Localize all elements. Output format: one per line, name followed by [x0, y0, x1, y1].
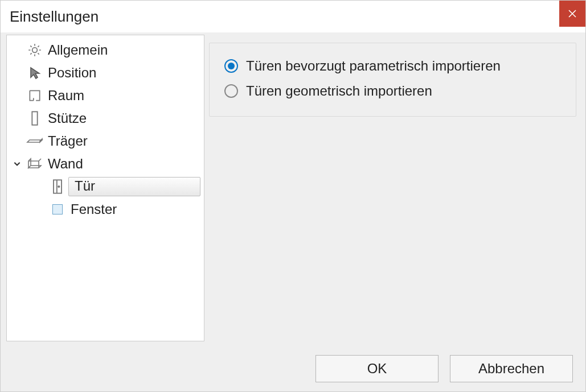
- tree-item-position[interactable]: Position: [7, 61, 204, 84]
- tree-label: Allgemein: [46, 42, 108, 58]
- svg-point-0: [32, 48, 38, 53]
- tree-label: Raum: [46, 88, 84, 104]
- room-icon: [25, 87, 44, 104]
- ok-button[interactable]: OK: [315, 355, 439, 382]
- tree-label: Wand: [46, 156, 83, 172]
- titlebar: Einstellungen: [1, 1, 585, 32]
- tree-item-wand[interactable]: Wand: [7, 152, 204, 175]
- svg-rect-2: [54, 180, 62, 193]
- import-options-group: Türen bevorzugt parametrisch importieren…: [209, 43, 576, 117]
- tree-label: Stütze: [46, 110, 87, 126]
- close-icon: [568, 9, 577, 18]
- dialog-footer: OK Abbrechen: [1, 346, 585, 391]
- radio-parametric[interactable]: Türen bevorzugt parametrisch importieren: [224, 53, 563, 79]
- tree-item-raum[interactable]: Raum: [7, 84, 204, 107]
- tree-item-stuetze[interactable]: Stütze: [7, 107, 204, 130]
- wall-icon: [25, 155, 44, 172]
- content-panel: Türen bevorzugt parametrisch importieren…: [209, 32, 585, 346]
- svg-point-4: [58, 186, 59, 187]
- svg-rect-1: [32, 112, 37, 125]
- tree-label: Träger: [46, 133, 88, 149]
- tree-item-traeger[interactable]: Träger: [7, 130, 204, 152]
- beam-icon: [25, 133, 44, 150]
- column-icon: [25, 110, 44, 127]
- tree-label: Fenster: [68, 201, 117, 217]
- radio-icon: [224, 59, 238, 73]
- radio-icon: [224, 84, 238, 98]
- tree-item-allgemein[interactable]: Allgemein: [7, 39, 204, 61]
- cancel-button[interactable]: Abbrechen: [450, 355, 573, 382]
- radio-geometric[interactable]: Türen geometrisch importieren: [224, 79, 563, 104]
- tree-label: Position: [46, 65, 96, 81]
- radio-label: Türen geometrisch importieren: [246, 83, 432, 99]
- tree-item-fenster[interactable]: Fenster: [7, 198, 204, 221]
- dialog-title: Einstellungen: [10, 8, 99, 26]
- close-button[interactable]: [559, 1, 585, 27]
- tree-item-tuer[interactable]: Tür: [7, 175, 204, 198]
- door-icon: [48, 178, 67, 195]
- gear-icon: [25, 42, 44, 59]
- category-tree[interactable]: Allgemein Position Raum: [6, 35, 204, 341]
- cursor-icon: [25, 64, 44, 81]
- settings-dialog: Einstellungen Allgemein Position: [0, 0, 586, 392]
- chevron-down-icon[interactable]: [10, 160, 24, 168]
- radio-label: Türen bevorzugt parametrisch importieren: [246, 58, 501, 74]
- window-icon: [48, 201, 67, 218]
- dialog-body: Allgemein Position Raum: [1, 32, 585, 346]
- tree-label: Tür: [72, 178, 95, 193]
